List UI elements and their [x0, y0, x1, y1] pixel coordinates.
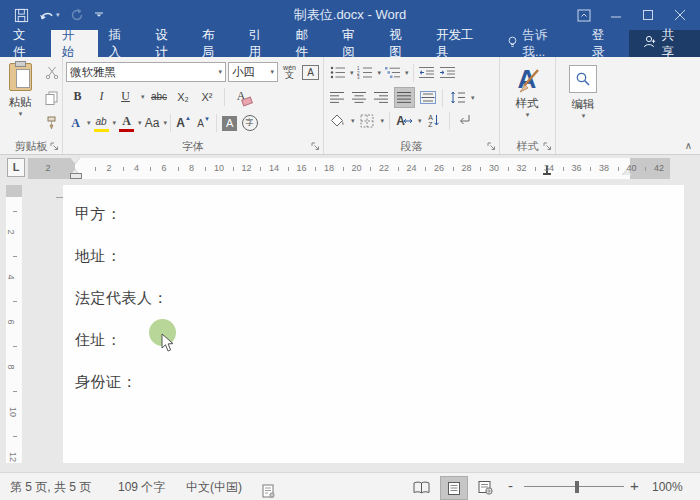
word-count[interactable]: 109 个字 — [118, 473, 165, 500]
undo-dropdown-caret[interactable]: ▾ — [56, 11, 60, 19]
undo-button[interactable]: ▾ — [39, 9, 60, 22]
font-color-button[interactable]: A — [117, 112, 136, 134]
multilevel-caret[interactable]: ▾ — [405, 69, 409, 77]
tab-view[interactable]: 视图 — [378, 30, 425, 57]
clipboard-dialog-launcher[interactable] — [50, 142, 60, 152]
align-left-button[interactable] — [328, 88, 347, 107]
tab-share[interactable]: 共享 — [629, 30, 700, 57]
editing-button[interactable]: 编辑 ▾ — [560, 62, 606, 136]
sort-button[interactable]: AZ — [425, 111, 444, 130]
shading-button[interactable] — [328, 111, 347, 130]
align-right-button[interactable] — [372, 88, 391, 107]
tab-developer[interactable]: 开发工具 — [425, 30, 497, 57]
italic-button[interactable]: I — [92, 87, 111, 106]
distribute-button[interactable] — [418, 88, 437, 107]
borders-button[interactable] — [358, 111, 377, 130]
numbering-caret[interactable]: ▾ — [378, 69, 382, 77]
document-page[interactable]: 身份证：住址：法定代表人：地址：甲方： — [63, 185, 684, 463]
phonetic-guide-button[interactable]: wén文 — [280, 63, 299, 82]
enclose-characters-button[interactable]: 字 — [240, 114, 259, 133]
font-name-combo[interactable]: 微软雅黑 ▾ — [66, 62, 226, 82]
increase-indent-button[interactable] — [439, 63, 458, 82]
minimize-button[interactable] — [602, 3, 630, 27]
copy-button[interactable] — [42, 88, 61, 107]
tab-references[interactable]: 引用 — [238, 30, 285, 57]
print-layout-button[interactable] — [440, 476, 468, 500]
font-size-combo[interactable]: 小四 ▾ — [228, 62, 278, 82]
bold-button[interactable]: B — [68, 87, 87, 106]
text-effects-button[interactable]: A — [66, 114, 85, 133]
editing-caret[interactable]: ▾ — [582, 112, 586, 120]
decrease-indent-button[interactable] — [418, 63, 437, 82]
align-center-button[interactable] — [350, 88, 369, 107]
tab-insert[interactable]: 插入 — [98, 30, 145, 57]
tab-selector[interactable]: L — [7, 158, 25, 177]
zoom-level[interactable]: 100% — [652, 473, 683, 500]
character-scaling-caret[interactable]: ▾ — [418, 117, 422, 125]
styles-button[interactable]: A 样式 ▾ — [504, 62, 550, 136]
paste-button[interactable]: 粘贴 ▾ — [3, 61, 37, 137]
macro-record-icon[interactable] — [262, 480, 275, 494]
maximize-button[interactable] — [634, 3, 662, 27]
font-name-caret[interactable]: ▾ — [218, 68, 222, 76]
line-spacing-caret[interactable]: ▾ — [471, 94, 475, 102]
page-indicator[interactable]: 第 5 页, 共 5 页 — [10, 473, 91, 500]
tab-sign-in[interactable]: 登录 — [581, 30, 628, 57]
zoom-out-button[interactable]: - — [508, 473, 513, 500]
save-icon[interactable] — [14, 8, 29, 23]
format-painter-button[interactable] — [42, 113, 61, 132]
show-hide-marks-button[interactable] — [455, 111, 474, 130]
change-case-button[interactable]: Aa — [143, 114, 162, 133]
font-color-caret[interactable]: ▾ — [138, 119, 142, 127]
borders-caret[interactable]: ▾ — [381, 117, 385, 125]
bullets-button[interactable] — [328, 63, 347, 82]
cut-button[interactable] — [42, 63, 61, 82]
redo-button[interactable] — [70, 8, 84, 22]
highlight-color-button[interactable]: ab — [92, 112, 111, 134]
bullets-caret[interactable]: ▾ — [350, 69, 354, 77]
tab-review[interactable]: 审阅 — [331, 30, 378, 57]
font-size-caret[interactable]: ▾ — [270, 68, 274, 76]
superscript-button[interactable]: X² — [198, 87, 217, 106]
shading-caret[interactable]: ▾ — [351, 117, 355, 125]
subscript-button[interactable]: X₂ — [174, 87, 193, 106]
collapse-ribbon-button[interactable]: ∧ — [685, 140, 692, 151]
first-line-indent-marker[interactable] — [70, 158, 80, 164]
underline-caret[interactable]: ▾ — [141, 93, 145, 101]
clear-formatting-button[interactable]: A — [232, 87, 251, 106]
zoom-slider-handle[interactable] — [575, 481, 579, 493]
character-shading-button[interactable]: A — [220, 114, 239, 133]
paragraph-dialog-launcher[interactable] — [487, 142, 497, 152]
horizontal-ruler[interactable]: 246810121416182022242628303234363840422 — [28, 158, 670, 179]
tab-file[interactable]: 文件 — [0, 30, 51, 57]
text-effects-caret[interactable]: ▾ — [87, 119, 91, 127]
tab-layout[interactable]: 布局 — [191, 30, 238, 57]
styles-dialog-launcher[interactable] — [543, 142, 553, 152]
zoom-slider-track[interactable] — [524, 486, 624, 487]
language-indicator[interactable]: 中文(中国) — [186, 473, 242, 500]
character-scaling-button[interactable]: A — [395, 111, 414, 130]
numbering-button[interactable]: 123 — [356, 63, 375, 82]
highlight-caret[interactable]: ▾ — [113, 119, 117, 127]
close-button[interactable] — [666, 3, 694, 27]
character-border-button[interactable]: A — [301, 63, 320, 82]
tab-home[interactable]: 开始 — [51, 30, 98, 57]
font-dialog-launcher[interactable] — [311, 142, 321, 152]
web-layout-button[interactable] — [472, 476, 498, 498]
shrink-font-button[interactable]: A▼ — [194, 114, 213, 133]
tab-design[interactable]: 设计 — [144, 30, 191, 57]
tab-tell-me[interactable]: 告诉我... — [496, 30, 580, 57]
left-indent-marker[interactable] — [70, 173, 82, 179]
change-case-caret[interactable]: ▾ — [164, 119, 168, 127]
multilevel-list-button[interactable] — [383, 63, 402, 82]
grow-font-button[interactable]: A▲ — [174, 114, 193, 133]
underline-button[interactable]: U — [116, 87, 135, 106]
zoom-in-button[interactable]: + — [630, 473, 639, 500]
read-mode-button[interactable] — [408, 476, 434, 498]
customize-qat-button[interactable] — [94, 10, 104, 20]
strikethrough-button[interactable]: abc — [150, 87, 169, 106]
paste-dropdown-caret[interactable]: ▾ — [19, 110, 23, 118]
tab-mailings[interactable]: 邮件 — [285, 30, 332, 57]
styles-caret[interactable]: ▾ — [526, 111, 530, 119]
ribbon-display-options-button[interactable] — [570, 3, 598, 27]
